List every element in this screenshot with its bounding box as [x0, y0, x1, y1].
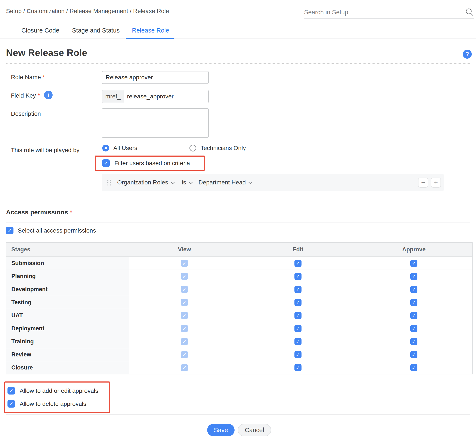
delete-approvals-label: Allow to delete approvals: [20, 401, 86, 407]
approve-checkbox[interactable]: [410, 260, 417, 267]
view-checkbox: [181, 325, 188, 332]
view-checkbox: [181, 312, 188, 319]
remove-criteria-button[interactable]: −: [418, 178, 428, 188]
header-stages: Stages: [6, 243, 129, 256]
criteria-row: Organization Roles is Department Head − …: [102, 174, 444, 191]
criteria-actions: − +: [418, 178, 441, 188]
role-name-input[interactable]: [102, 71, 209, 84]
view-checkbox: [181, 260, 188, 267]
table-row: Deployment: [6, 322, 472, 335]
chevron-down-icon[interactable]: [189, 182, 193, 184]
edit-checkbox[interactable]: [295, 299, 301, 306]
table-row: Review: [6, 348, 472, 361]
edit-checkbox[interactable]: [295, 351, 301, 358]
approve-checkbox[interactable]: [410, 351, 417, 358]
description-textarea[interactable]: [102, 108, 209, 138]
edit-checkbox[interactable]: [295, 273, 301, 280]
table-row: UAT: [6, 309, 472, 322]
stage-name: Planning: [6, 270, 129, 283]
stage-name: Submission: [6, 257, 129, 270]
highlight-box-filter: Filter users based on criteria: [95, 155, 205, 171]
edit-checkbox[interactable]: [295, 364, 301, 371]
active-tab-underline: [126, 38, 174, 39]
highlight-box-approvals: Allow to add or edit approvals Allow to …: [4, 381, 110, 413]
table-row: Training: [6, 335, 472, 348]
criteria-value-dropdown[interactable]: Department Head: [198, 179, 246, 186]
search-icon[interactable]: [465, 7, 474, 17]
stage-name: Testing: [6, 296, 129, 309]
table-header: Stages View Edit Approve: [6, 243, 472, 257]
table-row: Development: [6, 283, 472, 296]
add-edit-approvals-checkbox[interactable]: [7, 387, 15, 395]
approve-checkbox[interactable]: [410, 286, 417, 293]
edit-checkbox[interactable]: [295, 325, 301, 332]
radio-technicians-only[interactable]: Technicians Only: [189, 145, 246, 151]
select-all-checkbox[interactable]: [6, 227, 13, 234]
table-row: Closure: [6, 361, 472, 374]
view-checkbox: [181, 364, 188, 371]
setup-search: [304, 6, 474, 19]
cancel-button[interactable]: Cancel: [238, 424, 271, 436]
select-all-row: Select all access permissions: [6, 227, 96, 234]
radio-selected-icon[interactable]: [102, 145, 109, 151]
header-edit: Edit: [240, 243, 356, 256]
criteria-operator-dropdown[interactable]: is: [182, 179, 186, 186]
stage-name: Closure: [6, 361, 129, 374]
breadcrumb[interactable]: Setup / Customization / Release Manageme…: [6, 8, 169, 15]
access-permissions-heading: Access permissions*: [6, 209, 72, 216]
approve-checkbox[interactable]: [410, 299, 417, 306]
header-approve: Approve: [356, 243, 472, 256]
description-label: Description: [11, 110, 41, 117]
role-name-label: Role Name*: [11, 74, 45, 81]
view-checkbox: [181, 351, 188, 358]
edit-checkbox[interactable]: [295, 312, 301, 319]
help-icon[interactable]: ?: [463, 50, 472, 59]
stage-name: Development: [6, 283, 129, 296]
approve-checkbox[interactable]: [410, 364, 417, 371]
criteria-field-dropdown[interactable]: Organization Roles: [117, 179, 168, 186]
required-asterisk: *: [70, 209, 72, 216]
tab-release-role[interactable]: Release Role: [132, 27, 169, 34]
tab-closure-code[interactable]: Closure Code: [21, 27, 59, 34]
drag-handle-icon[interactable]: [107, 180, 111, 185]
title-divider: [6, 63, 470, 64]
required-asterisk: *: [43, 74, 45, 80]
view-checkbox: [181, 299, 188, 306]
header-view: View: [129, 243, 240, 256]
field-key-input[interactable]: [124, 90, 208, 103]
add-edit-approvals-label: Allow to add or edit approvals: [20, 387, 98, 394]
edit-checkbox[interactable]: [295, 338, 301, 345]
radio-all-users[interactable]: All Users: [102, 145, 137, 151]
approve-checkbox[interactable]: [410, 325, 417, 332]
approve-checkbox[interactable]: [410, 338, 417, 345]
edit-checkbox[interactable]: [295, 286, 301, 293]
filter-users-checkbox[interactable]: [102, 159, 110, 167]
stage-name: UAT: [6, 309, 129, 322]
view-checkbox: [181, 338, 188, 345]
field-key-group: mref_: [102, 90, 209, 103]
search-input[interactable]: [304, 9, 465, 16]
tab-bar: Closure Code Stage and Status Release Ro…: [0, 25, 476, 39]
chevron-down-icon[interactable]: [171, 182, 175, 184]
radio-unselected-icon[interactable]: [189, 145, 196, 151]
save-button[interactable]: Save: [207, 424, 235, 436]
delete-approvals-checkbox[interactable]: [7, 400, 15, 408]
permissions-table: Stages View Edit Approve Submission Plan…: [6, 242, 473, 374]
section-line: [0, 177, 94, 177]
field-key-label: Field Key*: [11, 92, 40, 99]
approve-checkbox[interactable]: [410, 273, 417, 280]
tab-stage-and-status[interactable]: Stage and Status: [72, 27, 120, 34]
page-title: New Release Role: [6, 47, 87, 58]
filter-users-label: Filter users based on criteria: [114, 160, 190, 167]
info-icon[interactable]: i: [44, 91, 53, 99]
stage-name: Deployment: [6, 322, 129, 335]
divider: [6, 414, 470, 415]
select-all-label: Select all access permissions: [18, 227, 96, 234]
required-asterisk: *: [38, 92, 40, 99]
played-by-label: This role will be played by: [11, 147, 79, 154]
edit-checkbox[interactable]: [295, 260, 301, 267]
chevron-down-icon[interactable]: [248, 182, 253, 184]
add-criteria-button[interactable]: +: [431, 178, 441, 188]
stage-name: Training: [6, 335, 129, 348]
approve-checkbox[interactable]: [410, 312, 417, 319]
